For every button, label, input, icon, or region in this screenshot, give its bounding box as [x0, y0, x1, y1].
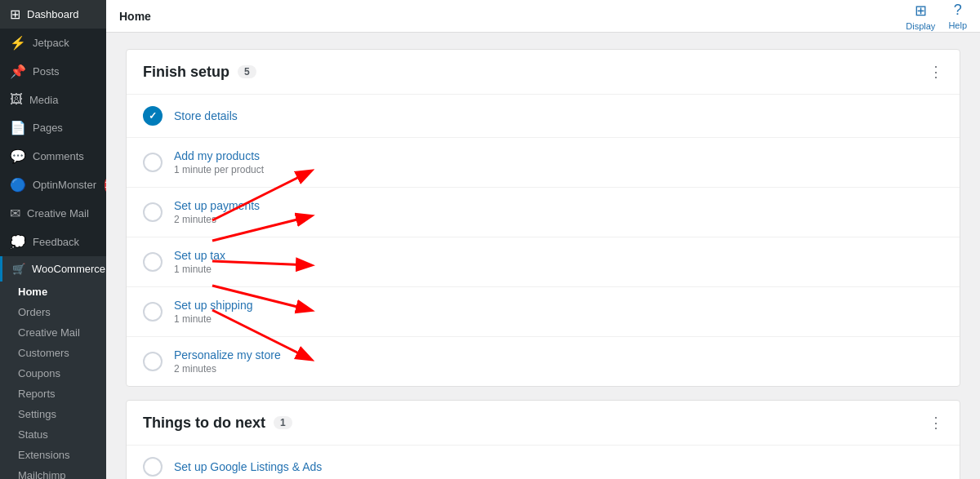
- woocommerce-label: WooCommerce: [32, 263, 105, 275]
- things-to-do-more-icon[interactable]: ⋮: [929, 414, 943, 432]
- sidebar-item-label: Feedback: [33, 236, 79, 248]
- things-to-do-badge: 1: [274, 416, 292, 429]
- pages-icon: 📄: [10, 120, 26, 135]
- submenu-mailchimp[interactable]: Mailchimp: [0, 465, 106, 479]
- submenu-orders[interactable]: Orders: [0, 302, 106, 322]
- task-time-personalize: 2 minutes: [174, 363, 943, 375]
- sidebar-item-pages[interactable]: 📄 Pages: [0, 113, 106, 142]
- sidebar-item-label: Posts: [33, 65, 60, 78]
- sidebar-item-creativemail[interactable]: ✉ Creative Mail: [0, 199, 106, 228]
- task-check-add-products: [143, 153, 163, 172]
- submenu-creative-mail[interactable]: Creative Mail: [0, 322, 106, 343]
- finish-setup-more-icon[interactable]: ⋮: [929, 63, 943, 81]
- task-time-payments: 2 minutes: [174, 214, 943, 225]
- sidebar: ⊞ Dashboard ⚡ Jetpack 📌 Posts 🖼 Media 📄 …: [0, 0, 106, 479]
- task-title-add-products[interactable]: Add my products: [174, 149, 943, 162]
- things-to-do-header: Things to do next 1 ⋮: [127, 401, 960, 446]
- top-bar-actions: ⊞ Display ? Help: [906, 2, 967, 31]
- task-add-products: Add my products 1 minute per product: [127, 138, 960, 188]
- feedback-icon: 💭: [10, 234, 26, 250]
- sidebar-item-feedback[interactable]: 💭 Feedback: [0, 228, 106, 256]
- things-to-do-title: Things to do next: [143, 415, 265, 432]
- task-title-personalize[interactable]: Personalize my store: [174, 348, 943, 361]
- main-content: Home ⊞ Display ? Help: [106, 0, 980, 479]
- sidebar-item-label: Pages: [33, 122, 63, 134]
- dashboard-icon: ⊞: [10, 7, 20, 22]
- page-title: Home: [119, 10, 151, 23]
- task-check-shipping: [143, 302, 163, 322]
- sidebar-item-optinmonster[interactable]: 🔵 OptinMonster 1: [0, 171, 106, 199]
- sidebar-item-label: OptinMonster: [33, 179, 96, 191]
- task-title-tax[interactable]: Set up tax: [174, 249, 943, 262]
- task-personalize-store: Personalize my store 2 minutes: [127, 337, 960, 386]
- display-button[interactable]: ⊞ Display: [906, 2, 935, 31]
- sidebar-item-label: Dashboard: [27, 8, 79, 20]
- finish-setup-header: Finish setup 5 ⋮: [127, 50, 960, 95]
- task-info-google: Set up Google Listings & Ads: [174, 460, 943, 473]
- sidebar-item-posts[interactable]: 📌 Posts: [0, 57, 106, 86]
- task-check-store-details: ✓: [143, 106, 163, 126]
- finish-setup-title: Finish setup: [143, 64, 229, 81]
- task-info-payments: Set up payments 2 minutes: [174, 199, 943, 225]
- sidebar-item-label: Jetpack: [33, 37, 69, 49]
- task-check-payments: [143, 202, 163, 222]
- task-info-add-products: Add my products 1 minute per product: [174, 149, 943, 175]
- finish-setup-card: Finish setup 5 ⋮ ✓ Store details Add my …: [126, 49, 960, 387]
- sidebar-item-jetpack[interactable]: ⚡ Jetpack: [0, 29, 106, 57]
- media-icon: 🖼: [10, 92, 23, 107]
- finish-setup-badge: 5: [238, 65, 256, 78]
- submenu-customers[interactable]: Customers: [0, 343, 106, 363]
- submenu-home[interactable]: Home: [0, 282, 106, 302]
- task-check-tax: [143, 252, 163, 272]
- task-info-shipping: Set up shipping 1 minute: [174, 299, 943, 325]
- things-to-do-card: Things to do next 1 ⋮ Set up Google List…: [126, 400, 960, 479]
- woo-submenu: Home Orders Creative Mail Customers Coup…: [0, 282, 106, 479]
- submenu-reports[interactable]: Reports: [0, 384, 106, 404]
- sidebar-woocommerce[interactable]: 🛒 WooCommerce: [0, 256, 106, 282]
- task-set-up-shipping: Set up shipping 1 minute: [127, 287, 960, 337]
- task-set-up-tax: Set up tax 1 minute: [127, 237, 960, 287]
- submenu-coupons[interactable]: Coupons: [0, 363, 106, 384]
- check-icon: ✓: [149, 110, 157, 122]
- submenu-extensions[interactable]: Extensions: [0, 445, 106, 465]
- help-label: Help: [948, 20, 967, 30]
- task-set-up-payments: Set up payments 2 minutes: [127, 188, 960, 237]
- task-title-store-details[interactable]: Store details: [174, 109, 943, 122]
- task-time-add-products: 1 minute per product: [174, 164, 943, 175]
- sidebar-item-label: Media: [29, 94, 58, 106]
- task-check-personalize: [143, 352, 163, 371]
- task-time-tax: 1 minute: [174, 264, 943, 275]
- task-info-store-details: Store details: [174, 109, 943, 122]
- task-store-details: ✓ Store details: [127, 95, 960, 138]
- woocommerce-icon: 🛒: [12, 263, 25, 275]
- sidebar-item-dashboard[interactable]: ⊞ Dashboard: [0, 0, 106, 29]
- submenu-status[interactable]: Status: [0, 424, 106, 445]
- task-check-google: [143, 457, 163, 477]
- sidebar-item-label: Creative Mail: [27, 207, 89, 220]
- submenu-settings[interactable]: Settings: [0, 404, 106, 424]
- creativemail-icon: ✉: [10, 206, 20, 221]
- task-title-shipping[interactable]: Set up shipping: [174, 299, 943, 312]
- task-google-listings: Set up Google Listings & Ads: [127, 446, 960, 479]
- help-icon: ?: [954, 2, 962, 19]
- display-label: Display: [906, 21, 935, 31]
- task-title-google[interactable]: Set up Google Listings & Ads: [174, 460, 943, 473]
- sidebar-item-comments[interactable]: 💬 Comments: [0, 142, 106, 171]
- jetpack-icon: ⚡: [10, 35, 26, 51]
- comments-icon: 💬: [10, 149, 26, 164]
- task-title-payments[interactable]: Set up payments: [174, 199, 943, 212]
- display-icon: ⊞: [915, 2, 927, 20]
- top-bar: Home ⊞ Display ? Help: [106, 0, 980, 33]
- sidebar-item-media[interactable]: 🖼 Media: [0, 86, 106, 113]
- sidebar-item-label: Comments: [33, 150, 84, 162]
- task-info-tax: Set up tax 1 minute: [174, 249, 943, 275]
- help-button[interactable]: ? Help: [948, 2, 967, 30]
- task-info-personalize: Personalize my store 2 minutes: [174, 348, 943, 375]
- optinmonster-icon: 🔵: [10, 177, 26, 193]
- posts-icon: 📌: [10, 64, 26, 79]
- task-time-shipping: 1 minute: [174, 313, 943, 325]
- content-area: Finish setup 5 ⋮ ✓ Store details Add my …: [106, 33, 980, 479]
